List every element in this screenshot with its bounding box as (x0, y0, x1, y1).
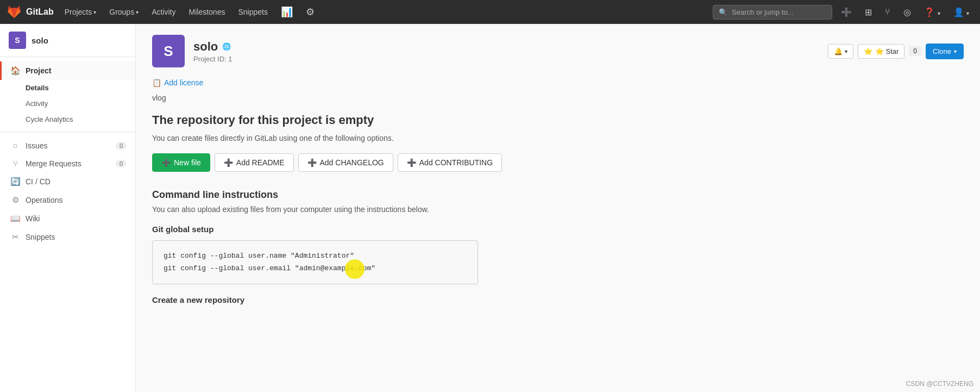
issues-sidebar-icon: ○ (10, 141, 20, 150)
merge-requests-sidebar-icon: ⑂ (10, 159, 20, 168)
add-license-link[interactable]: 📋 Add license (152, 78, 964, 87)
nav-activity[interactable]: Activity (147, 5, 180, 18)
bell-icon: 🔔 (834, 47, 843, 55)
sidebar-section-main: ○ Issues 0 ⑂ Merge Requests 0 🔄 CI / CD … (0, 132, 135, 251)
add-readme-icon: ➕ (224, 158, 233, 167)
license-icon: 📋 (152, 78, 161, 87)
search-icon: 🔍 (719, 8, 727, 16)
action-buttons: ➕ New file ➕ Add README ➕ Add CHANGELOG … (152, 153, 964, 172)
help-icon[interactable]: ❓ ▾ (920, 5, 944, 20)
git-cmd-2: git config --global user.email "admin@ex… (164, 262, 467, 275)
nav-projects[interactable]: Projects ▾ (60, 5, 101, 18)
project-title-block: solo 🌐 Project ID: 1 (193, 40, 819, 63)
add-readme-button[interactable]: ➕ Add README (215, 153, 294, 172)
project-avatar: S (152, 35, 185, 67)
ci-cd-icon: 🔄 (10, 177, 20, 186)
chevron-down-icon: ▾ (954, 48, 957, 54)
nav-chart-icon[interactable]: 📊 (277, 4, 297, 20)
star-count: 0 (909, 46, 921, 56)
sidebar-item-cycle-analytics[interactable]: Cycle Analytics (0, 111, 135, 127)
issues-badge: 0 (116, 142, 127, 150)
gitlab-logo[interactable]: GitLab (7, 4, 54, 20)
sidebar-project-header[interactable]: S solo (0, 24, 135, 57)
avatar: S (9, 32, 26, 49)
add-changelog-button[interactable]: ➕ Add CHANGELOG (298, 153, 393, 172)
top-navigation: GitLab Projects ▾ Groups ▾ Activity Mile… (0, 0, 980, 24)
chevron-down-icon: ▾ (966, 10, 969, 16)
sidebar-item-ci-cd[interactable]: 🔄 CI / CD (0, 172, 135, 191)
issues-icon[interactable]: ◎ (899, 5, 915, 20)
wiki-icon: 📖 (10, 214, 20, 223)
cli-section: Command line instructions You can also u… (152, 189, 964, 304)
project-id: Project ID: 1 (193, 55, 819, 63)
operations-icon: ⚙ (10, 195, 20, 205)
user-avatar[interactable]: 👤 ▾ (949, 5, 973, 20)
project-header: S solo 🌐 Project ID: 1 🔔 ▾ ⭐ (152, 35, 964, 67)
empty-repo-section: The repository for this project is empty… (152, 113, 964, 172)
add-contributing-icon: ➕ (407, 158, 416, 167)
home-icon: 🏠 (10, 66, 20, 76)
sidebar-item-snippets[interactable]: ✂ Snippets (0, 228, 135, 246)
merge-requests-icon[interactable]: ⑂ (881, 5, 895, 19)
nav-snippets[interactable]: Snippets (234, 5, 272, 18)
chevron-down-icon: ▾ (938, 10, 940, 16)
star-button[interactable]: ⭐ ⭐ Star (858, 44, 904, 59)
new-item-button[interactable]: ➕ (837, 5, 856, 20)
sidebar-item-activity[interactable]: Activity (0, 96, 135, 111)
profile-settings-icon[interactable]: ⊞ (860, 5, 876, 20)
nav-milestones[interactable]: Milestones (185, 5, 230, 18)
cli-section-desc: You can also upload existing files from … (152, 205, 964, 214)
star-icon: ⭐ (864, 47, 872, 55)
empty-repo-desc: You can create files directly in GitLab … (152, 134, 964, 142)
visibility-icon: 🌐 (222, 42, 231, 51)
nav-groups[interactable]: Groups ▾ (105, 5, 143, 18)
chevron-down-icon: ▾ (93, 9, 96, 15)
merge-requests-badge: 0 (116, 160, 127, 167)
new-file-button[interactable]: ➕ New file (152, 153, 210, 172)
plus-icon: ➕ (161, 158, 171, 167)
sidebar: S solo 🏠 Project Details Activity Cycle … (0, 24, 136, 392)
main-content: S solo 🌐 Project ID: 1 🔔 ▾ ⭐ (136, 24, 980, 392)
project-description: vlog (152, 94, 964, 102)
git-global-setup-title: Git global setup (152, 225, 964, 234)
sidebar-section-project: 🏠 Project Details Activity Cycle Analyti… (0, 57, 135, 132)
project-actions: 🔔 ▾ ⭐ ⭐ Star 0 Clone ▾ (828, 43, 964, 59)
watermark: CSDN @CCTVZHENG (906, 380, 973, 388)
sidebar-item-merge-requests[interactable]: ⑂ Merge Requests 0 (0, 154, 135, 172)
search-bar[interactable]: 🔍 Search or jump to... (713, 5, 832, 20)
snippets-icon: ✂ (10, 232, 20, 242)
sidebar-item-operations[interactable]: ⚙ Operations (0, 191, 135, 209)
chevron-down-icon: ▾ (136, 9, 139, 15)
add-contributing-button[interactable]: ➕ Add CONTRIBUTING (398, 153, 502, 172)
empty-repo-title: The repository for this project is empty (152, 113, 964, 127)
sidebar-item-wiki[interactable]: 📖 Wiki (0, 209, 135, 228)
sidebar-project-name: solo (32, 36, 48, 45)
project-title: solo 🌐 (193, 40, 819, 54)
sidebar-item-project[interactable]: 🏠 Project (0, 61, 135, 80)
notification-button[interactable]: 🔔 ▾ (828, 44, 853, 59)
cli-section-title: Command line instructions (152, 189, 964, 201)
clone-button[interactable]: Clone ▾ (926, 43, 964, 59)
sidebar-item-issues[interactable]: ○ Issues 0 (0, 136, 135, 154)
sidebar-item-details[interactable]: Details (0, 80, 135, 96)
chevron-down-icon: ▾ (845, 48, 847, 54)
git-cmd-1: git config --global user.name "Administr… (164, 250, 467, 262)
add-changelog-icon: ➕ (307, 158, 317, 167)
git-global-code-block: git config --global user.name "Administr… (152, 240, 478, 284)
create-repo-title: Create a new repository (152, 295, 964, 304)
nav-merge-icon[interactable]: ⚙ (301, 4, 319, 20)
